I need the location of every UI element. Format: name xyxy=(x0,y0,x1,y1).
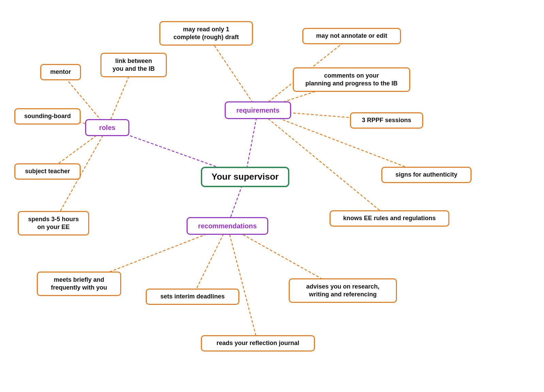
node-knows-ee: knows EE rules and regulations xyxy=(330,210,449,227)
node-sets-deadlines: sets interim deadlines xyxy=(146,289,239,305)
node-spends-hours: spends 3-5 hourson your EE xyxy=(18,211,89,235)
node-signs-authenticity: signs for authenticity xyxy=(381,167,471,183)
center-node: Your supervisor xyxy=(201,167,289,187)
svg-line-15 xyxy=(193,226,228,297)
node-advises-research: advises you on research,writing and refe… xyxy=(289,278,397,303)
svg-line-17 xyxy=(227,226,258,343)
node-rppf: 3 RPPF sessions xyxy=(350,112,423,129)
node-sounding-board: sounding-board xyxy=(14,108,81,125)
node-meets-briefly: meets briefly andfrequently with you xyxy=(37,272,121,296)
hub-roles: roles xyxy=(85,119,129,136)
node-not-annotate: may not annotate or edit xyxy=(302,28,401,44)
node-subject-teacher: subject teacher xyxy=(14,163,81,180)
node-mentor: mentor xyxy=(40,64,81,80)
hub-requirements: requirements xyxy=(225,101,291,119)
hub-recommendations: recommendations xyxy=(187,217,268,235)
node-reads-journal: reads your reflection journal xyxy=(201,335,315,352)
node-read-draft: may read only 1complete (rough) draft xyxy=(159,21,253,46)
node-comments-planning: comments on yourplanning and progress to… xyxy=(293,67,410,92)
node-link-ib: link betweenyou and the IB xyxy=(100,53,167,77)
